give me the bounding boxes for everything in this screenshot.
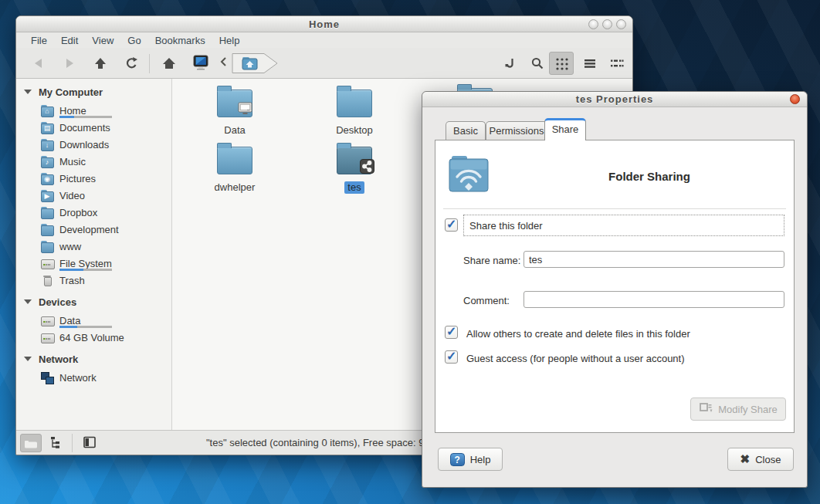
comment-input[interactable] xyxy=(524,291,784,308)
shared-folder-icon xyxy=(446,151,491,198)
folder-music-icon: ♪ xyxy=(41,155,53,167)
sidebar-item-64gb-volume[interactable]: 64 GB Volume xyxy=(41,329,171,346)
file-label: Data xyxy=(221,124,248,137)
folder-icon xyxy=(41,240,53,252)
folder-icon xyxy=(41,206,53,218)
refresh-icon[interactable] xyxy=(124,56,138,70)
close-button[interactable]: ✖ Close xyxy=(727,448,794,471)
close-button[interactable] xyxy=(616,19,626,29)
desktop-wallpaper: Home File Edit View Go Bookmarks Help xyxy=(0,0,820,504)
modify-share-button[interactable]: Modify Share xyxy=(690,397,786,421)
menu-help[interactable]: Help xyxy=(212,35,247,46)
folder-icon xyxy=(41,223,53,235)
disk-usage-bar xyxy=(59,116,112,118)
forward-icon[interactable] xyxy=(63,56,76,70)
share-this-folder-label[interactable]: Share this folder xyxy=(463,215,784,236)
folder-icon xyxy=(217,90,252,117)
sidebar-item-pictures[interactable]: ◉ Pictures xyxy=(41,170,171,187)
close-icon[interactable] xyxy=(790,94,800,104)
file-label: dwhelper xyxy=(212,181,259,194)
minimize-button[interactable] xyxy=(588,19,598,29)
disk-usage-bar xyxy=(59,269,112,271)
allow-others-label: Allow others to create and delete files … xyxy=(466,328,690,340)
modify-share-icon xyxy=(699,402,713,417)
home-icon[interactable] xyxy=(161,56,175,70)
sidebar-item-music[interactable]: ♪ Music xyxy=(41,153,171,170)
properties-dialog[interactable]: tes Properties Basic Permissions Share xyxy=(422,91,808,488)
share-emblem-icon xyxy=(360,159,374,177)
compact-view-icon[interactable] xyxy=(609,56,623,70)
sidebar-item-data[interactable]: Data xyxy=(41,312,171,329)
folder-downloads-icon: ↓ xyxy=(41,138,53,151)
allow-others-checkbox[interactable] xyxy=(445,326,458,339)
sidebar-item-dropbox[interactable]: Dropbox xyxy=(41,204,171,221)
dialog-titlebar[interactable]: tes Properties xyxy=(422,92,807,107)
sidebar-item-home[interactable]: ⌂ Home xyxy=(41,102,171,119)
share-name-label: Share name: xyxy=(463,255,520,266)
sidebar-item-network[interactable]: Network xyxy=(41,369,171,386)
trash-icon xyxy=(41,274,53,286)
sidebar-section-network[interactable]: Network xyxy=(24,352,171,366)
sidebar-section-devices[interactable]: Devices xyxy=(24,295,171,309)
fm-menubar: File Edit View Go Bookmarks Help xyxy=(16,32,632,48)
menu-edit[interactable]: Edit xyxy=(54,35,85,46)
search-icon[interactable] xyxy=(530,56,544,70)
folder-pictures-icon: ◉ xyxy=(41,172,53,184)
share-name-input[interactable] xyxy=(524,251,784,268)
tab-basic[interactable]: Basic xyxy=(446,121,486,140)
share-this-folder-checkbox[interactable] xyxy=(445,218,458,232)
fm-window-title: Home xyxy=(16,19,632,30)
fm-titlebar[interactable]: Home xyxy=(16,16,632,32)
help-button[interactable]: ? Help xyxy=(438,448,503,471)
up-icon[interactable] xyxy=(93,56,107,70)
close-x-icon: ✖ xyxy=(740,452,751,466)
icon-view-button[interactable] xyxy=(549,52,574,75)
hide-panel-icon[interactable] xyxy=(80,434,101,452)
file-item-data[interactable]: Data xyxy=(202,85,267,137)
sidebar-item-documents[interactable]: ▤ Documents xyxy=(41,119,171,136)
fm-toolbar xyxy=(16,48,632,79)
treeview-toggle-icon[interactable] xyxy=(46,434,68,452)
list-view-icon[interactable] xyxy=(583,56,597,70)
guest-access-label: Guest access (for people without a user … xyxy=(466,353,685,364)
tab-permissions[interactable]: Permissions xyxy=(486,121,547,140)
sidebar-item-www[interactable]: www xyxy=(41,238,171,255)
menu-bookmarks[interactable]: Bookmarks xyxy=(148,35,212,46)
toolbar-separator xyxy=(149,54,150,73)
folder-icon xyxy=(337,147,372,174)
menu-file[interactable]: File xyxy=(24,35,54,46)
file-label: Desktop xyxy=(333,124,376,137)
file-item-desktop[interactable]: Desktop xyxy=(322,85,387,137)
drive-icon xyxy=(41,331,53,343)
folder-documents-icon: ▤ xyxy=(41,121,53,134)
computer-emblem-icon xyxy=(238,102,255,120)
sidebar-item-file-system[interactable]: File System xyxy=(41,255,171,272)
folder-icon xyxy=(217,147,252,174)
file-label-selected: tes xyxy=(344,181,364,194)
location-home-breadcrumb[interactable] xyxy=(231,52,279,74)
back-icon[interactable] xyxy=(32,56,46,70)
dialog-title: tes Properties xyxy=(422,93,807,105)
statusbar-separator xyxy=(72,434,73,452)
file-item-tes[interactable]: tes xyxy=(322,142,387,194)
maximize-button[interactable] xyxy=(602,19,612,29)
disk-usage-bar xyxy=(59,326,112,328)
dialog-heading: Folder Sharing xyxy=(513,170,786,183)
menu-view[interactable]: View xyxy=(85,35,120,46)
sidebar-item-downloads[interactable]: ↓ Downloads xyxy=(41,136,171,153)
jump-to-location-icon[interactable] xyxy=(503,56,517,70)
tab-share[interactable]: Share xyxy=(544,118,586,140)
sidebar-item-video[interactable]: ▶ Video xyxy=(41,187,171,204)
share-tab-panel: Folder Sharing Share this folder Share n… xyxy=(435,140,795,433)
sidebar-item-development[interactable]: Development xyxy=(41,221,171,238)
menu-go[interactable]: Go xyxy=(120,35,147,46)
guest-access-checkbox[interactable] xyxy=(445,350,458,364)
folder-video-icon: ▶ xyxy=(41,189,53,201)
file-item-dwhelper[interactable]: dwhelper xyxy=(202,142,267,194)
sidebar-section-my-computer[interactable]: My Computer xyxy=(24,85,171,99)
places-toggle-icon[interactable] xyxy=(20,434,42,452)
show-desktop-icon[interactable] xyxy=(192,54,206,68)
sidebar-item-trash[interactable]: Trash xyxy=(41,272,171,289)
fm-sidebar: My Computer ⌂ Home ▤ Documents ↓ Downloa… xyxy=(16,79,172,430)
network-icon xyxy=(41,371,53,384)
